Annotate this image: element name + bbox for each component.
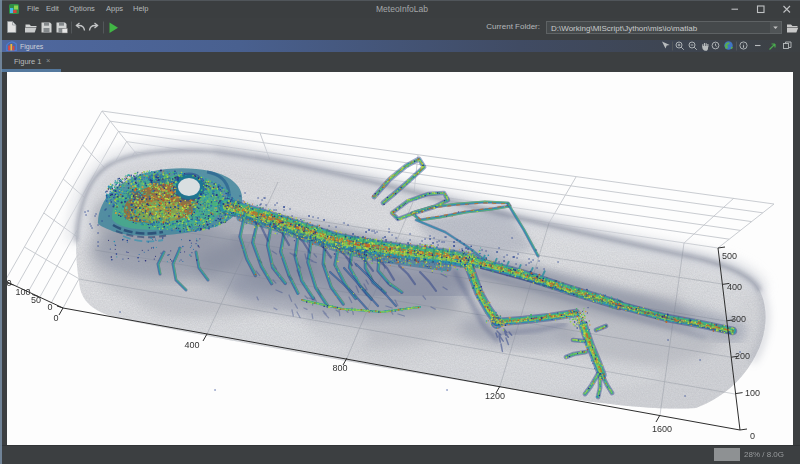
svg-text:1600: 1600: [652, 424, 672, 434]
svg-text:0: 0: [47, 302, 52, 312]
svg-text:1200: 1200: [485, 391, 505, 401]
svg-text:500: 500: [722, 251, 737, 261]
svg-text:800: 800: [332, 363, 347, 373]
svg-text:400: 400: [184, 340, 199, 350]
svg-text:200: 200: [735, 351, 750, 361]
svg-text:400: 400: [727, 282, 742, 292]
svg-text:300: 300: [731, 314, 746, 324]
svg-text:50: 50: [31, 295, 41, 305]
svg-text:0: 0: [6, 278, 11, 288]
svg-text:0: 0: [53, 313, 58, 323]
svg-text:100: 100: [15, 287, 30, 297]
svg-text:100: 100: [745, 388, 760, 398]
svg-text:0: 0: [750, 431, 755, 441]
